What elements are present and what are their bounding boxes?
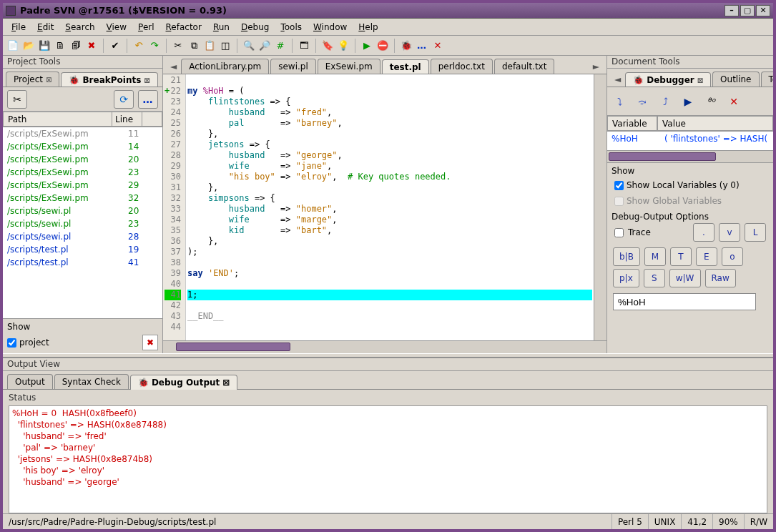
menu-run[interactable]: Run	[207, 21, 235, 34]
breakpoint-row[interactable]: /scripts/sewi.pl20	[3, 205, 162, 217]
breakpoint-row[interactable]: /scripts/test.pl41	[3, 256, 162, 269]
editor-tab[interactable]: sewi.pl	[270, 59, 316, 74]
debug-icon[interactable]: 🐞	[399, 39, 413, 53]
debug-dots-icon[interactable]: …	[415, 39, 429, 53]
save-icon[interactable]: 💾	[37, 39, 51, 53]
refresh-button[interactable]: ⟳	[114, 90, 134, 109]
show-local-checkbox[interactable]	[614, 181, 624, 190]
debug-px-button[interactable]: p|x	[613, 269, 639, 287]
tab-outline[interactable]: Outline	[712, 72, 759, 87]
debug-expression-input[interactable]	[613, 293, 756, 310]
menu-search[interactable]: Search	[59, 21, 100, 34]
header-line[interactable]: Line	[112, 112, 142, 127]
step-into-icon[interactable]: ⤵	[612, 94, 627, 109]
tab-todo[interactable]: To	[761, 72, 773, 87]
comment-icon[interactable]: #	[273, 39, 288, 53]
close-icon[interactable]: ⊠	[222, 378, 230, 388]
close-button[interactable]: ✕	[756, 5, 770, 16]
bookmark-icon[interactable]: 🔖	[320, 39, 335, 53]
var-hscroll[interactable]	[607, 150, 773, 163]
show-global-checkbox[interactable]	[614, 197, 624, 206]
editor-tab[interactable]: default.txt	[494, 59, 555, 74]
debug-stop-icon[interactable]: ✕	[431, 39, 445, 53]
menu-refactor[interactable]: Refactor	[160, 21, 207, 34]
breakpoint-row[interactable]: /scripts/sewi.pl23	[3, 217, 162, 230]
tab-debug-output[interactable]: 🐞Debug Output⊠	[130, 375, 237, 390]
spellcheck-icon[interactable]: ✔	[108, 39, 122, 53]
breakpoint-row[interactable]: /scripts/ExSewi.pm29	[3, 179, 162, 192]
find-icon[interactable]: 🔍	[242, 39, 256, 53]
open-file-icon[interactable]: 📂	[21, 39, 36, 53]
debug-E-button[interactable]: E	[696, 247, 717, 266]
header-extra[interactable]	[142, 112, 162, 127]
cut-icon[interactable]: ✂	[171, 39, 185, 53]
menu-help[interactable]: Help	[353, 21, 383, 34]
editor-tab[interactable]: perldoc.txt	[431, 59, 493, 74]
menu-tools[interactable]: Tools	[275, 21, 308, 34]
debug-output-body[interactable]: %HoH = 0 HASH(0x8fbeef0) 'flintstones' =…	[9, 405, 767, 513]
tab-scroll-left[interactable]: ◄	[166, 59, 181, 74]
close-icon[interactable]: ⊠	[46, 76, 51, 84]
tab-scroll-right[interactable]: ►	[589, 59, 604, 74]
debug-T-button[interactable]: T	[670, 247, 692, 266]
redo-icon[interactable]: ↷	[147, 39, 162, 53]
breakpoint-row[interactable]: /scripts/ExSewi.pm23	[3, 166, 162, 179]
paste-icon[interactable]: 📋	[202, 39, 217, 53]
debug-M-button[interactable]: M	[644, 247, 666, 266]
breakpoint-row[interactable]: /scripts/ExSewi.pm14	[3, 140, 162, 153]
continue-icon[interactable]: ▶	[680, 94, 696, 109]
doc-icon[interactable]: 🗔	[297, 39, 311, 53]
menu-view[interactable]: View	[101, 21, 132, 34]
close-icon[interactable]: ⊠	[144, 77, 149, 84]
tab-scroll-left[interactable]: ◄	[610, 72, 625, 87]
breakpoint-row[interactable]: /scripts/ExSewi.pm11	[3, 127, 162, 140]
maximize-button[interactable]: ▢	[740, 5, 755, 16]
debug-v-button[interactable]: v	[719, 223, 740, 242]
new-file-icon[interactable]: 📄	[6, 39, 20, 53]
debug-L-button[interactable]: L	[745, 223, 766, 242]
editor-body[interactable]: 21+2223242526272829303132333435363738394…	[163, 74, 606, 340]
menu-debug[interactable]: Debug	[235, 21, 275, 34]
more-button[interactable]: …	[138, 90, 158, 109]
select-all-icon[interactable]: ◫	[218, 39, 232, 53]
vertical-scrollbar[interactable]	[594, 74, 606, 340]
variable-row[interactable]: %HoH ( 'flintstones' => HASH(	[607, 132, 773, 150]
breakpoint-row[interactable]: /scripts/ExSewi.pm32	[3, 192, 162, 205]
editor-tab[interactable]: ActionLibrary.pm	[181, 59, 269, 74]
clear-button[interactable]: ✖	[142, 335, 158, 350]
breakpoints-list[interactable]: /scripts/ExSewi.pm11/scripts/ExSewi.pm14…	[3, 127, 162, 318]
stop-icon[interactable]: ⛔	[375, 39, 390, 53]
save-as-icon[interactable]: 🗎	[53, 39, 67, 53]
tab-output[interactable]: Output	[7, 374, 53, 389]
editor-tab[interactable]: test.pl	[382, 59, 429, 74]
close-icon[interactable]: ⊠	[697, 77, 703, 84]
save-all-icon[interactable]: 🗐	[69, 39, 83, 53]
tab-project[interactable]: Project⊠	[6, 72, 59, 87]
menu-window[interactable]: Window	[308, 21, 353, 34]
trace-checkbox[interactable]	[614, 228, 624, 237]
horizontal-scrollbar[interactable]	[163, 340, 606, 353]
menu-perl[interactable]: Perl	[132, 21, 159, 34]
replace-icon[interactable]: 🔎	[257, 39, 272, 53]
debug-bB-button[interactable]: b|B	[613, 247, 640, 266]
breakpoint-row[interactable]: /scripts/ExSewi.pm20	[3, 153, 162, 166]
tab-breakpoints[interactable]: 🐞BreakPoints⊠	[61, 72, 157, 87]
watch-icon[interactable]: ᶿᵒ	[703, 94, 719, 109]
debug--button[interactable]: .	[693, 223, 714, 242]
breakpoint-row[interactable]: /scripts/test.pl19	[3, 243, 162, 256]
undo-icon[interactable]: ↶	[132, 39, 146, 53]
editor-tab[interactable]: ExSewi.pm	[318, 59, 380, 74]
debug-Raw-button[interactable]: Raw	[705, 269, 736, 287]
debug-S-button[interactable]: S	[644, 269, 665, 287]
tab-debugger[interactable]: 🐞Debugger⊠	[625, 72, 711, 87]
tab-syntax-check[interactable]: Syntax Check	[54, 374, 129, 389]
close-file-icon[interactable]: ✖	[84, 39, 99, 53]
code-area[interactable]: my %HoH = ( flintstones => { husband => …	[186, 74, 594, 340]
menu-edit[interactable]: Edit	[31, 21, 59, 34]
show-project-checkbox[interactable]	[7, 338, 16, 348]
breakpoint-row[interactable]: /scripts/sewi.pl28	[3, 230, 162, 243]
debug-wW-button[interactable]: w|W	[669, 269, 701, 287]
menu-file[interactable]: File	[6, 21, 31, 34]
step-out-icon[interactable]: ⤴	[657, 94, 673, 109]
delete-breakpoint-button[interactable]: ✂	[7, 90, 27, 109]
